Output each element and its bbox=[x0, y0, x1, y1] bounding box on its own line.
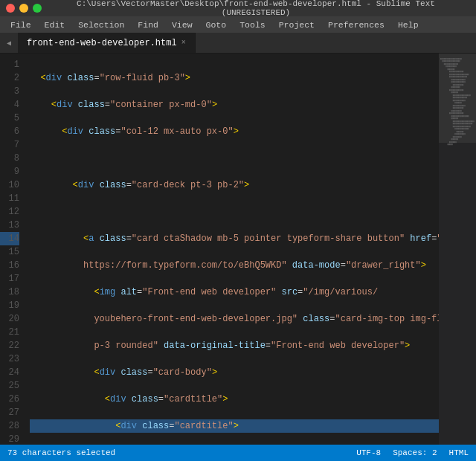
maximize-button[interactable] bbox=[33, 4, 42, 13]
minimize-button[interactable] bbox=[19, 4, 28, 13]
minimap[interactable]: ████████████████████████ ███████████████… bbox=[439, 54, 476, 445]
status-encoding: UTF-8 bbox=[356, 448, 381, 457]
editor-area: 1 2 3 4 5 6 7 8 9 10 11 12 13 14 15 16 1… bbox=[0, 54, 476, 445]
menu-file[interactable]: File bbox=[4, 19, 37, 31]
tab-bar: ◀ front-end-web-developer.html × bbox=[0, 33, 476, 54]
tab-arrow-left[interactable]: ◀ bbox=[0, 33, 18, 53]
menu-edit[interactable]: Edit bbox=[39, 19, 71, 31]
status-right: UTF-8 Spaces: 2 HTML bbox=[356, 448, 469, 457]
status-left: 73 characters selected bbox=[7, 448, 115, 457]
status-language: HTML bbox=[449, 448, 469, 457]
menu-goto[interactable]: Goto bbox=[200, 19, 233, 31]
minimap-viewport[interactable] bbox=[439, 54, 476, 143]
menu-tools[interactable]: Tools bbox=[234, 19, 271, 31]
window-controls[interactable] bbox=[6, 4, 42, 13]
menu-find[interactable]: Find bbox=[132, 19, 164, 31]
menu-bar: File Edit Selection Find View Goto Tools… bbox=[0, 16, 476, 33]
tab-close-icon[interactable]: × bbox=[181, 39, 186, 47]
status-selection: 73 characters selected bbox=[7, 448, 115, 457]
menu-view[interactable]: View bbox=[166, 19, 199, 31]
menu-help[interactable]: Help bbox=[392, 19, 425, 31]
status-line-ending: Spaces: 2 bbox=[393, 448, 437, 457]
menu-project[interactable]: Project bbox=[273, 19, 321, 31]
tab-file[interactable]: front-end-web-developer.html × bbox=[18, 33, 196, 53]
menu-preferences[interactable]: Preferences bbox=[322, 19, 390, 31]
tab-label: front-end-web-developer.html bbox=[27, 38, 177, 48]
code-editor[interactable]: <div class="row-fluid pb-3"> <div class=… bbox=[25, 54, 439, 445]
line-numbers: 1 2 3 4 5 6 7 8 9 10 11 12 13 14 15 16 1… bbox=[0, 54, 25, 445]
close-button[interactable] bbox=[6, 4, 15, 13]
title-bar: C:\Users\VectorMaster\Desktop\front-end-… bbox=[0, 0, 476, 16]
menu-selection[interactable]: Selection bbox=[72, 19, 130, 31]
window-title: C:\Users\VectorMaster\Desktop\front-end-… bbox=[42, 0, 470, 17]
status-bar: 73 characters selected UTF-8 Spaces: 2 H… bbox=[0, 445, 476, 461]
